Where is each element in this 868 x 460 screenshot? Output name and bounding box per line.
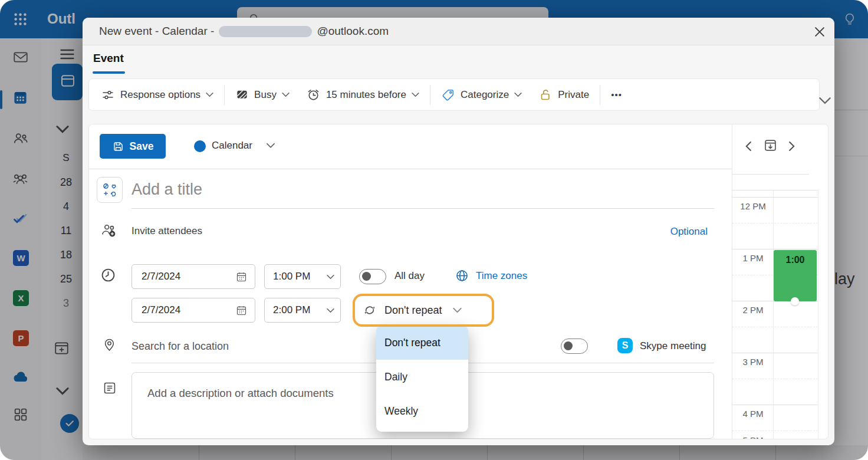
half-hour-line xyxy=(732,431,818,431)
hour-line xyxy=(732,405,818,405)
private-button[interactable]: Private xyxy=(530,79,597,110)
skype-icon: S xyxy=(617,338,633,353)
close-button[interactable] xyxy=(809,21,830,42)
categorize-button[interactable]: Categorize xyxy=(433,79,530,110)
redacted-email-name xyxy=(219,26,312,37)
invite-attendees-icon xyxy=(101,222,117,240)
half-hour-line xyxy=(732,379,818,379)
datepicker-icon[interactable] xyxy=(235,304,248,320)
annotation-highlight-repeat[interactable]: Don't repeat xyxy=(353,294,494,327)
charm-picker-icon xyxy=(101,182,118,198)
alarm-icon xyxy=(306,87,321,102)
end-date-value: 2/7/2024 xyxy=(142,304,180,316)
lock-open-icon xyxy=(538,88,553,102)
globe-icon xyxy=(455,268,469,285)
end-date-input[interactable]: 2/7/2024 xyxy=(131,298,255,323)
repeat-icon xyxy=(362,303,377,318)
hour-line xyxy=(732,197,818,198)
categorize-label: Categorize xyxy=(461,89,509,101)
busy-status-button[interactable]: Busy xyxy=(227,79,298,110)
all-day-label: All day xyxy=(394,270,425,282)
private-label: Private xyxy=(558,89,589,101)
end-time-select[interactable]: 2:00 PM xyxy=(264,298,341,323)
time-slot-label: 2 PM xyxy=(735,305,771,315)
chevron-down-icon[interactable] xyxy=(266,143,275,149)
calendar-color-dot xyxy=(194,140,206,152)
chevron-down-icon xyxy=(514,92,522,97)
hour-line xyxy=(732,249,818,249)
menu-item-dont-repeat[interactable]: Don't repeat xyxy=(376,326,468,360)
response-options-button[interactable]: Response options xyxy=(93,79,222,110)
toggle-knob xyxy=(362,272,371,281)
all-day-toggle[interactable] xyxy=(359,269,386,284)
mini-day-event-block[interactable]: 1:00 xyxy=(774,250,817,301)
save-button[interactable]: Save xyxy=(100,134,166,159)
datepicker-icon[interactable] xyxy=(235,271,248,286)
skype-meeting-toggle[interactable] xyxy=(561,339,588,354)
grid-line xyxy=(818,190,818,439)
start-time-value: 1:00 PM xyxy=(273,271,310,282)
divider xyxy=(131,208,714,209)
dialog-title-suffix: @outlook.com xyxy=(317,25,389,38)
divider xyxy=(732,174,809,175)
divider xyxy=(89,169,732,169)
save-icon xyxy=(112,140,124,153)
repeat-select-value: Don't repeat xyxy=(384,304,442,317)
menu-item-daily[interactable]: Daily xyxy=(376,360,468,394)
ellipsis-icon: ••• xyxy=(611,90,622,100)
save-label: Save xyxy=(130,140,154,153)
collapse-ribbon-chevron-icon[interactable] xyxy=(818,97,831,105)
invite-attendees-input[interactable]: Invite attendees xyxy=(131,225,202,237)
skype-meeting-label: Skype meeting xyxy=(640,340,706,352)
toggle-knob xyxy=(564,341,573,350)
reminder-button[interactable]: 15 minutes before xyxy=(298,79,428,110)
time-slot-label: 4 PM xyxy=(735,409,771,419)
new-event-dialog: New event - Calendar - @outlook.com Even… xyxy=(83,18,834,445)
time-slot-label: 1 PM xyxy=(735,253,771,263)
event-time-label: 1:00 xyxy=(774,255,817,265)
optional-link[interactable]: Optional xyxy=(649,226,708,238)
time-zones-link[interactable]: Time zones xyxy=(476,270,527,282)
event-toolbar: Response options Busy 15 minutes before … xyxy=(88,78,820,111)
busy-icon xyxy=(235,88,249,101)
location-input[interactable]: Search for a location xyxy=(131,340,229,353)
chevron-down-icon xyxy=(206,92,213,97)
divider xyxy=(732,190,818,190)
repeat-dropdown-menu: Don't repeat Daily Weekly xyxy=(376,326,468,432)
start-date-value: 2/7/2024 xyxy=(142,271,180,282)
half-hour-line xyxy=(732,223,818,224)
half-hour-line xyxy=(732,327,818,327)
grid-line xyxy=(773,190,774,439)
start-date-input[interactable]: 2/7/2024 xyxy=(131,264,255,289)
event-emoji-picker[interactable] xyxy=(97,177,123,203)
chevron-down-icon xyxy=(327,308,334,313)
divider xyxy=(224,85,225,105)
sliders-icon xyxy=(101,88,115,102)
menu-item-weekly[interactable]: Weekly xyxy=(376,394,468,428)
divider xyxy=(600,85,600,105)
chevron-down-icon xyxy=(282,92,290,97)
more-options-button[interactable]: ••• xyxy=(603,79,630,110)
hour-line xyxy=(732,353,818,353)
description-icon xyxy=(102,380,117,398)
busy-label: Busy xyxy=(254,89,277,101)
calendar-selector[interactable]: Calendar xyxy=(212,140,252,152)
chevron-down-icon xyxy=(453,307,462,313)
tag-icon xyxy=(441,88,455,102)
dialog-title-prefix: New event - Calendar - xyxy=(99,25,214,38)
description-placeholder: Add a description or attach documents xyxy=(147,387,334,400)
next-day-chevron-icon[interactable] xyxy=(788,141,795,152)
start-time-select[interactable]: 1:00 PM xyxy=(264,264,341,289)
title-input[interactable]: Add a title xyxy=(131,180,202,199)
tab-event[interactable]: Event xyxy=(93,52,124,65)
event-resize-handle[interactable] xyxy=(791,297,799,305)
outlook-app-screen: Outl W X P xyxy=(0,0,868,460)
divider xyxy=(430,85,430,105)
previous-day-chevron-icon[interactable] xyxy=(745,141,752,152)
clock-icon xyxy=(100,267,116,285)
jump-to-date-icon[interactable] xyxy=(762,137,778,156)
response-options-label: Response options xyxy=(120,89,200,101)
end-time-value: 2:00 PM xyxy=(273,304,310,316)
chevron-down-icon xyxy=(412,92,419,97)
time-slot-label: 12 PM xyxy=(735,201,771,211)
